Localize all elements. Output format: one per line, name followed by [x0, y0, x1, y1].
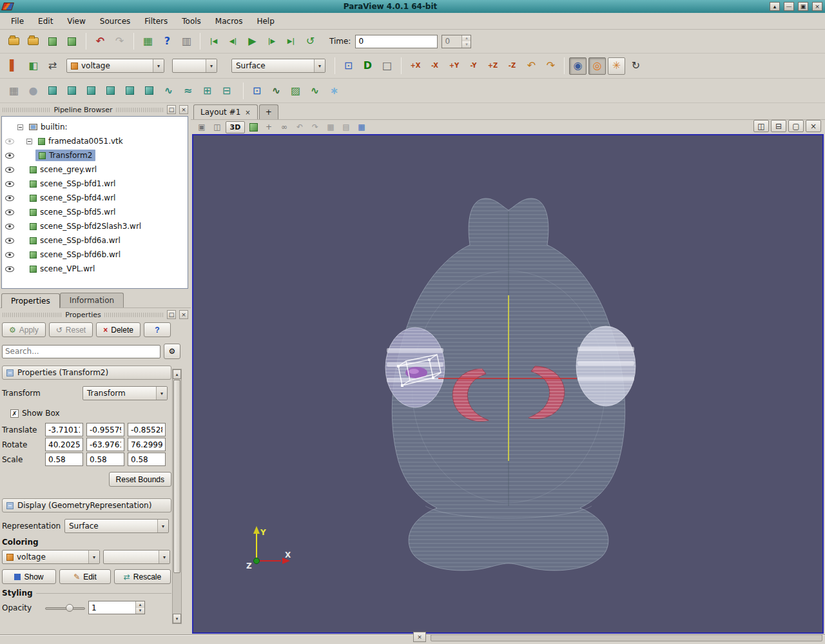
new-layout-tab[interactable]: +	[259, 104, 278, 119]
chart-view-icon[interactable]: ▤	[339, 121, 353, 133]
help-button[interactable]: ?	[144, 322, 171, 337]
redo-camera-icon[interactable]: ↷	[308, 121, 322, 133]
menu-filters[interactable]: Filters	[139, 15, 173, 28]
delete-button[interactable]: × Delete	[96, 322, 141, 337]
close-window-icon[interactable]: ×	[812, 2, 822, 11]
sphere-glyph-icon[interactable]: ●	[24, 82, 42, 99]
visibility-eye-icon[interactable]	[5, 167, 14, 173]
show-center-icon[interactable]: ◎	[588, 57, 606, 75]
menu-file[interactable]: File	[5, 15, 30, 28]
threshold-icon[interactable]	[102, 82, 119, 99]
first-frame-icon[interactable]: |◀	[205, 33, 222, 50]
pick-center-icon[interactable]: ◉	[569, 57, 587, 75]
help-icon[interactable]: ?	[159, 33, 176, 50]
collapse-section-icon[interactable]	[6, 502, 14, 509]
collapse-section-icon[interactable]	[6, 369, 14, 376]
pipeline-item-scene-ssp-bfd2slash3-wrl[interactable]: scene_SSp-bfd2Slash3.wrl	[2, 219, 188, 233]
set-view-minus-z-icon[interactable]: -Z	[503, 57, 521, 75]
open-file-icon[interactable]	[5, 33, 23, 50]
next-frame-icon[interactable]: |▶	[263, 33, 280, 50]
tree-expander-icon[interactable]	[26, 139, 32, 144]
visibility-eye-icon[interactable]	[5, 153, 14, 159]
save-state-icon[interactable]	[24, 33, 42, 50]
visibility-eye-icon[interactable]	[5, 210, 14, 215]
maximize-view-icon[interactable]: ▢	[788, 120, 804, 132]
component-combo[interactable]: ▾	[172, 59, 217, 73]
set-view-plus-y-icon[interactable]: +Y	[445, 57, 463, 75]
tab-properties[interactable]: Properties	[1, 293, 60, 308]
toggle-color-legend-icon[interactable]: ▌	[5, 57, 23, 75]
pipeline-item-scene-ssp-bfd5-wrl[interactable]: scene_SSp-bfd5.wrl	[2, 205, 188, 219]
edit-color-map-icon[interactable]: ◧	[24, 57, 42, 75]
pipeline-item-scene-ssp-bfd6b-wrl[interactable]: scene_SSp-bfd6b.wrl	[2, 248, 188, 262]
visibility-eye-icon[interactable]	[5, 238, 14, 244]
view-3d-button[interactable]: 3D	[226, 121, 245, 133]
translate-z-field[interactable]	[128, 423, 166, 436]
tab-layout-1[interactable]: Layout #1 ×	[193, 104, 258, 119]
reset-button[interactable]: ↺ Reset	[49, 322, 93, 337]
select-cells-on-icon[interactable]: ⊡	[248, 82, 266, 99]
render-viewport[interactable]: Y X Z	[192, 134, 824, 634]
set-view-minus-x-icon[interactable]: -X	[426, 57, 443, 75]
rotate-y-field[interactable]	[86, 438, 124, 451]
translate-x-field[interactable]	[45, 423, 83, 436]
rotate-x-field[interactable]	[45, 438, 83, 451]
close-view-icon[interactable]: ×	[806, 120, 821, 132]
split-horizontal-icon[interactable]: ◫	[753, 120, 769, 132]
close-panel-button[interactable]: ×	[179, 105, 188, 114]
spreadsheet-view-icon[interactable]: ▦	[354, 121, 369, 133]
section-display[interactable]: Display (GeometryRepresentation)	[2, 498, 171, 512]
pipeline-item-scene-grey-wrl[interactable]: scene_grey.wrl	[2, 162, 188, 177]
visibility-eye-icon[interactable]	[5, 181, 14, 187]
search-input[interactable]	[2, 345, 160, 358]
menu-tools[interactable]: Tools	[176, 15, 207, 28]
dock-handle[interactable]	[3, 313, 62, 317]
scale-y-field[interactable]	[86, 453, 124, 466]
loop-icon[interactable]: ↺	[302, 33, 319, 50]
reset-bounds-button[interactable]: Reset Bounds	[109, 472, 171, 487]
color-array-combo[interactable]: voltage ▾	[66, 59, 164, 73]
last-frame-icon[interactable]: ▶|	[282, 33, 300, 50]
pipeline-item-scene-ssp-bfd1-wrl[interactable]: scene_SSp-bfd1.wrl	[2, 177, 188, 191]
show-scalar-bar-button[interactable]: Show	[2, 569, 56, 584]
pipeline-item-builtin[interactable]: builtin:	[2, 120, 188, 134]
pipeline-item-scene-ssp-bfd6a-wrl[interactable]: scene_SSp-bfd6a.wrl	[2, 233, 188, 248]
play-icon[interactable]: ▶	[244, 33, 261, 50]
connect-server-icon[interactable]	[44, 33, 61, 50]
menu-edit[interactable]: Edit	[32, 15, 59, 28]
set-view-minus-y-icon[interactable]: -Y	[465, 57, 482, 75]
properties-scrollbar[interactable]: ▴ ▾	[172, 369, 182, 624]
transform-combo[interactable]: Transform ▾	[82, 386, 168, 400]
redo-icon[interactable]: ↷	[111, 33, 128, 50]
search-options-button[interactable]: ⚙	[164, 344, 180, 359]
calculator-icon[interactable]: ▦	[5, 82, 23, 99]
visibility-eye-icon[interactable]	[5, 252, 14, 258]
minimize-window-icon[interactable]: —	[784, 2, 794, 11]
maximize-window-icon[interactable]: ▣	[798, 2, 808, 11]
abort-progress-button[interactable]: ×	[413, 632, 426, 642]
spin-up-icon[interactable]: ▴	[462, 35, 471, 42]
orientation-axes-icon[interactable]	[246, 121, 260, 133]
extract-group-icon[interactable]: ⊟	[218, 82, 235, 99]
reset-camera-icon[interactable]: ⊡	[340, 57, 357, 75]
visibility-eye-icon[interactable]	[5, 139, 14, 144]
rotate-90-ccw-icon[interactable]: ↶	[523, 57, 540, 75]
close-tab-icon[interactable]: ×	[245, 109, 250, 116]
spin-down-icon[interactable]: ▾	[136, 608, 144, 614]
rotate-camera-icon[interactable]: ↻	[627, 57, 645, 75]
opacity-slider[interactable]	[45, 603, 85, 613]
spreadsheet-icon[interactable]: ▦	[139, 33, 157, 50]
select-frustum-icon[interactable]: ▨	[287, 82, 304, 99]
rescale-to-data-range-icon[interactable]: ⇄	[44, 57, 61, 75]
show-box-checkbox[interactable]: ✗	[10, 409, 19, 418]
previous-frame-icon[interactable]: ◀|	[224, 33, 242, 50]
scale-z-field[interactable]	[128, 453, 166, 466]
dock-handle[interactable]	[3, 108, 50, 112]
center-axes-icon[interactable]: +	[262, 121, 276, 133]
link-camera-icon[interactable]: ∞	[277, 121, 291, 133]
warp-icon[interactable]: ≈	[179, 82, 197, 99]
close-panel-button[interactable]: ×	[179, 310, 188, 319]
section-properties-transform2[interactable]: Properties (Transform2)	[2, 366, 171, 380]
menu-view[interactable]: View	[61, 15, 91, 28]
adjust-camera-icon[interactable]: ◫	[210, 121, 224, 133]
